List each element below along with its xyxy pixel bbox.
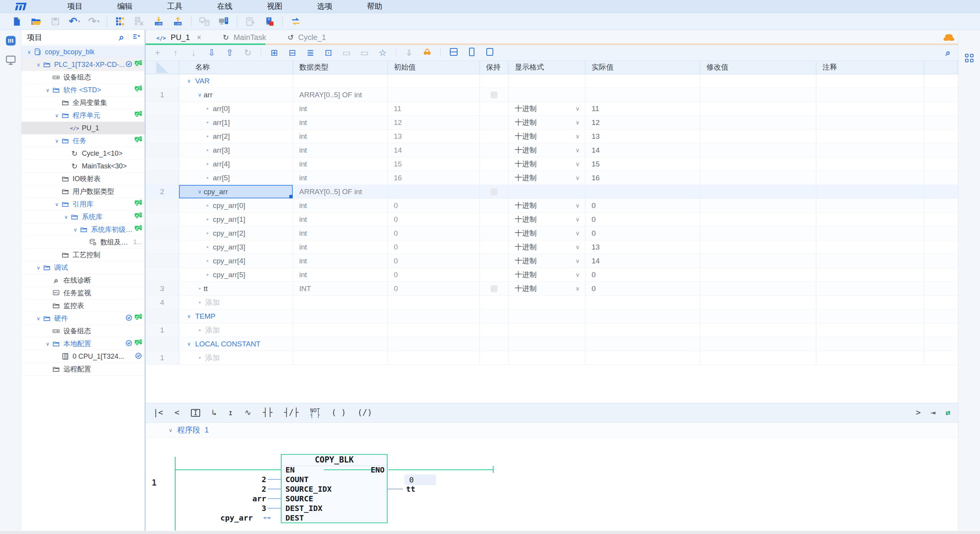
name-cell[interactable]: •arr[1] (179, 116, 293, 130)
row-number[interactable] (146, 226, 179, 240)
chevron-down-icon[interactable]: ∨ (575, 230, 580, 237)
actual-value-cell[interactable] (585, 296, 700, 309)
tree-item-引用库[interactable]: ∨引用库 (22, 198, 144, 211)
export-variables-icon[interactable]: ⇧ (225, 48, 235, 57)
tree-item-系统库[interactable]: ∨系统库 (22, 211, 144, 223)
modify-value-cell[interactable] (700, 351, 816, 365)
tree-item-数组及结构体...[interactable]: 数组及结构体...1... (22, 236, 144, 249)
display-format-cell[interactable] (509, 296, 585, 309)
coil-negated-icon[interactable]: (/) (358, 409, 372, 416)
modify-value-cell[interactable] (700, 226, 816, 240)
display-format-cell[interactable]: 十进制∨ (509, 213, 585, 226)
name-cell[interactable]: •cpy_arr[1] (179, 213, 293, 226)
comment-cell[interactable] (816, 296, 924, 309)
datatype-cell[interactable] (293, 296, 388, 309)
modify-value-cell[interactable] (700, 337, 816, 351)
find-monitor-icon[interactable] (422, 47, 432, 58)
tree-item-PLC_1[T324-XP-CD-...[interactable]: ∨PLC_1[T324-XP-CD-... (22, 58, 144, 71)
column-header-名称[interactable]: 名称 (179, 60, 293, 74)
device-monitor-icon[interactable] (5, 54, 17, 66)
chevron-down-icon[interactable]: ∨ (575, 216, 580, 223)
import-variables-icon[interactable]: ⇩ (207, 48, 217, 57)
tree-item-PU_1[interactable]: </>PU_1 (22, 122, 144, 135)
name-cell[interactable]: •添加 (179, 296, 293, 309)
name-cell[interactable]: •cpy_arr[4] (179, 254, 293, 268)
comment-cell[interactable] (816, 240, 924, 254)
format-dropdown[interactable]: 十进制∨ (515, 242, 585, 252)
initial-value-cell[interactable] (388, 337, 480, 351)
row-number[interactable] (146, 143, 179, 157)
actual-value-cell[interactable]: 15 (585, 157, 700, 171)
initial-value-cell[interactable] (388, 74, 480, 88)
modify-value-cell[interactable] (700, 213, 816, 226)
fbd-canvas[interactable]: 1 COPY_BLKENCOUNT2SOURCE_IDX2SOURCEarrDE… (146, 438, 958, 531)
initial-value-cell[interactable]: 11 (388, 102, 480, 116)
actual-value-cell[interactable]: 0 (585, 268, 700, 282)
display-format-cell[interactable]: 十进制∨ (509, 282, 585, 296)
actual-value-cell[interactable]: 11 (585, 102, 700, 116)
actual-value-cell[interactable]: 0 (585, 226, 700, 240)
comment-cell[interactable] (816, 282, 924, 296)
name-cell[interactable]: ∨LOCAL CONSTANT (179, 337, 293, 351)
comment-cell[interactable] (816, 157, 924, 171)
display-format-cell[interactable] (509, 323, 585, 337)
tree-item-调试[interactable]: ∨调试 (22, 261, 144, 274)
comment-cell[interactable] (816, 143, 924, 157)
chevron-down-icon[interactable]: ∨ (196, 189, 204, 195)
pin-SOURCE[interactable]: SOURCE (285, 494, 313, 503)
split-horizontal-icon[interactable] (449, 47, 459, 58)
row-number[interactable] (146, 116, 179, 130)
chevron-down-icon[interactable]: ∨ (53, 138, 61, 144)
column-header-保持[interactable]: 保持 (480, 60, 509, 74)
row-number[interactable] (146, 268, 179, 282)
close-icon[interactable]: × (197, 33, 201, 42)
display-format-cell[interactable]: 十进制∨ (509, 171, 585, 185)
name-cell[interactable]: •arr[4] (179, 157, 293, 171)
search-icon[interactable]: ⌕ (119, 32, 124, 43)
format-dropdown[interactable]: 十进制∨ (515, 173, 585, 183)
tree-item-IO映射表[interactable]: IO映射表 (22, 173, 144, 185)
menu-帮助[interactable]: 帮助 (350, 1, 400, 12)
display-format-cell[interactable]: 十进制∨ (509, 102, 585, 116)
initial-value-cell[interactable]: 13 (388, 130, 480, 143)
comment-cell[interactable] (816, 337, 924, 351)
comment-cell[interactable] (816, 351, 924, 365)
chevron-down-icon[interactable]: ∨ (25, 49, 33, 55)
tree-item-本地配置[interactable]: ∨本地配置 (22, 338, 144, 350)
modify-value-cell[interactable] (700, 143, 816, 157)
name-cell[interactable]: •cpy_arr[0] (179, 199, 293, 213)
connect-device-icon[interactable] (198, 15, 211, 28)
modify-value-cell[interactable] (700, 102, 816, 116)
menu-选项[interactable]: 选项 (300, 1, 350, 12)
comment-cell[interactable] (816, 185, 924, 199)
initial-value-cell[interactable] (388, 351, 480, 365)
coil-icon[interactable]: ( ) (332, 409, 346, 416)
row-number[interactable]: 3 (146, 282, 179, 296)
datatype-cell[interactable]: INT (293, 282, 388, 296)
datatype-cell[interactable]: int (293, 268, 388, 282)
pin-COUNT[interactable]: COUNT (285, 475, 308, 484)
add-variable-icon[interactable]: + (153, 48, 163, 57)
column-header-实际值[interactable]: 实际值 (585, 60, 700, 74)
modify-value-cell[interactable] (700, 171, 816, 185)
chevron-down-icon[interactable]: ∨ (185, 341, 193, 347)
refresh-icon[interactable]: ↻ (243, 48, 253, 57)
initial-value-cell[interactable]: 0 (388, 268, 480, 282)
comment-cell[interactable] (816, 213, 924, 226)
redo-icon[interactable]: ↷▾ (88, 15, 100, 28)
binoculars-orange-icon[interactable] (945, 34, 958, 41)
datatype-cell[interactable]: int (293, 254, 388, 268)
column-header-初始值[interactable]: 初始值 (388, 60, 480, 74)
initial-value-cell[interactable] (388, 309, 480, 323)
comment-cell[interactable] (816, 130, 924, 143)
comment-cell[interactable] (816, 102, 924, 116)
modify-value-cell[interactable] (700, 282, 816, 296)
name-cell[interactable]: •cpy_arr[2] (179, 226, 293, 240)
clean-compile-icon[interactable] (133, 15, 146, 28)
modify-value-cell[interactable] (700, 199, 816, 213)
actual-value-cell[interactable] (585, 309, 700, 323)
display-format-cell[interactable]: 十进制∨ (509, 143, 585, 157)
pin-DEST_IDX[interactable]: DEST_IDX (285, 504, 322, 513)
favorite-icon[interactable]: ☆ (378, 48, 388, 57)
display-format-cell[interactable]: 十进制∨ (509, 116, 585, 130)
